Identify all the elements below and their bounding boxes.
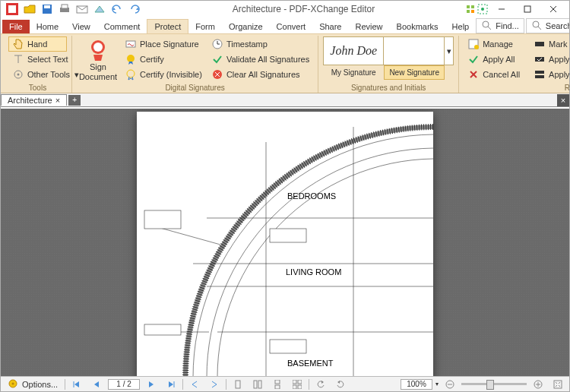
- workspace[interactable]: BEDROOMS LIVING ROOM BASEMENT: [1, 109, 569, 376]
- sign-document-label: Sign Document: [79, 62, 117, 81]
- svg-rect-57: [144, 324, 181, 335]
- svg-rect-10: [471, 10, 474, 13]
- certify-invisible-button[interactable]: Certify (Invisible): [121, 67, 206, 82]
- minimize-button[interactable]: [489, 2, 515, 17]
- tab-comment[interactable]: Comment: [97, 20, 147, 33]
- zoom-out-button[interactable]: [442, 379, 458, 390]
- next-page-button[interactable]: [143, 379, 160, 390]
- svg-rect-79: [554, 381, 562, 388]
- svg-rect-40: [535, 42, 544, 46]
- qat-save-icon[interactable]: [39, 2, 55, 17]
- first-page-button[interactable]: [68, 379, 85, 390]
- clear-signatures-button[interactable]: Clear All Signatures: [207, 67, 313, 82]
- qat-scan-icon[interactable]: [91, 2, 108, 17]
- svg-line-18: [488, 27, 491, 30]
- apply-all-sig-button[interactable]: Apply All: [464, 52, 524, 67]
- svg-rect-42: [535, 71, 544, 74]
- sig-name: John Doe: [330, 44, 377, 58]
- prev-view-button[interactable]: [186, 379, 203, 390]
- close-button[interactable]: [540, 2, 566, 17]
- prev-page-button[interactable]: [88, 379, 105, 390]
- layout2-icon[interactable]: [249, 379, 266, 390]
- options-label: Options...: [22, 380, 58, 389]
- signature-preview-2[interactable]: [384, 36, 445, 65]
- last-page-button[interactable]: [163, 379, 179, 390]
- tab-share[interactable]: Share: [312, 20, 348, 33]
- pdf-page: BEDROOMS LIVING ROOM BASEMENT: [137, 112, 433, 376]
- qat-redo-icon[interactable]: [126, 2, 143, 17]
- place-signature-button[interactable]: Place Signature: [121, 36, 206, 52]
- group-tools-label: Tools: [8, 83, 67, 93]
- hand-tool[interactable]: Hand: [8, 36, 67, 52]
- cancel-all-button[interactable]: Cancel All: [464, 67, 524, 82]
- certify-button[interactable]: Certify: [121, 52, 206, 67]
- zoom-slider[interactable]: [461, 383, 527, 385]
- tab-organize[interactable]: Organize: [222, 20, 270, 33]
- new-signature-tab[interactable]: New Signature: [384, 65, 445, 80]
- options-button[interactable]: Options...: [4, 378, 62, 391]
- tab-form[interactable]: Form: [188, 20, 222, 33]
- zoom-in-button[interactable]: [530, 379, 546, 390]
- layout4-icon[interactable]: [289, 379, 306, 390]
- signature-preview-1[interactable]: John Doe: [323, 36, 384, 65]
- other-tools[interactable]: Other Tools▾: [8, 67, 67, 82]
- label-basement: BASEMENT: [287, 359, 334, 368]
- layout1-icon[interactable]: [230, 379, 246, 390]
- tab-home[interactable]: Home: [30, 20, 65, 33]
- ui-options-icon[interactable]: [464, 3, 477, 15]
- svg-line-20: [538, 27, 541, 30]
- signature-dropdown[interactable]: ▾: [445, 36, 454, 65]
- place-sig-label: Place Signature: [140, 40, 199, 49]
- sign-document-button[interactable]: Sign Document: [77, 36, 119, 83]
- validate-signatures-button[interactable]: Validate All Signatures: [207, 52, 313, 67]
- tab-review[interactable]: Review: [348, 20, 389, 33]
- fit-page-icon[interactable]: [549, 379, 566, 390]
- group-digsig-label: Digital Signatures: [77, 83, 313, 93]
- svg-rect-66: [254, 381, 257, 388]
- label-bedrooms: BEDROOMS: [287, 191, 336, 201]
- group-manage-label: [464, 83, 524, 93]
- search-button[interactable]: Search...: [526, 18, 570, 33]
- mark-redaction-button[interactable]: Mark for Redaction: [530, 36, 569, 52]
- svg-rect-70: [293, 380, 296, 384]
- tab-file[interactable]: File: [2, 20, 30, 33]
- svg-rect-60: [270, 340, 306, 353]
- zoom-input[interactable]: [401, 379, 432, 390]
- tab-bookmarks[interactable]: Bookmarks: [390, 20, 445, 33]
- add-tab-button[interactable]: +: [68, 95, 81, 106]
- rotate-ccw-icon[interactable]: [312, 379, 329, 390]
- apply-all-redact-button[interactable]: Apply All: [530, 67, 569, 82]
- app-icon: [4, 2, 21, 17]
- apply-selected-button[interactable]: Apply Selected: [530, 52, 569, 67]
- next-view-button[interactable]: [206, 379, 223, 390]
- tab-convert[interactable]: Convert: [270, 20, 313, 33]
- close-all-tabs[interactable]: ×: [557, 94, 569, 106]
- my-signature-tab[interactable]: My Signature: [323, 65, 384, 80]
- layout3-icon[interactable]: [269, 379, 286, 390]
- doctab-label: Architecture: [8, 96, 52, 105]
- rotate-cw-icon[interactable]: [332, 379, 349, 390]
- clear-label: Clear All Signatures: [226, 70, 300, 79]
- svg-point-19: [533, 21, 539, 27]
- tab-view[interactable]: View: [65, 20, 97, 33]
- qat-undo-icon[interactable]: [109, 2, 125, 17]
- select-text-tool[interactable]: Select Text: [8, 52, 67, 67]
- doctab-close-icon[interactable]: ×: [55, 96, 60, 105]
- maximize-button[interactable]: [515, 2, 540, 17]
- label-living: LIVING ROOM: [286, 267, 341, 277]
- svg-point-62: [12, 382, 14, 384]
- svg-rect-41: [535, 57, 544, 62]
- svg-rect-59: [270, 229, 306, 242]
- tab-help[interactable]: Help: [445, 20, 477, 33]
- timestamp-button[interactable]: Timestamp: [207, 36, 313, 52]
- qat-print-icon[interactable]: [56, 2, 73, 17]
- manage-button[interactable]: Manage: [464, 36, 524, 52]
- launch-icon[interactable]: [477, 3, 489, 15]
- find-button[interactable]: Find...: [476, 18, 524, 33]
- qat-open-icon[interactable]: [21, 2, 38, 17]
- qat-mail-icon[interactable]: [74, 2, 90, 17]
- document-tab[interactable]: Architecture×: [1, 94, 67, 106]
- timestamp-label: Timestamp: [226, 40, 268, 49]
- page-number-input[interactable]: [108, 379, 140, 390]
- tab-protect[interactable]: Protect: [147, 19, 188, 33]
